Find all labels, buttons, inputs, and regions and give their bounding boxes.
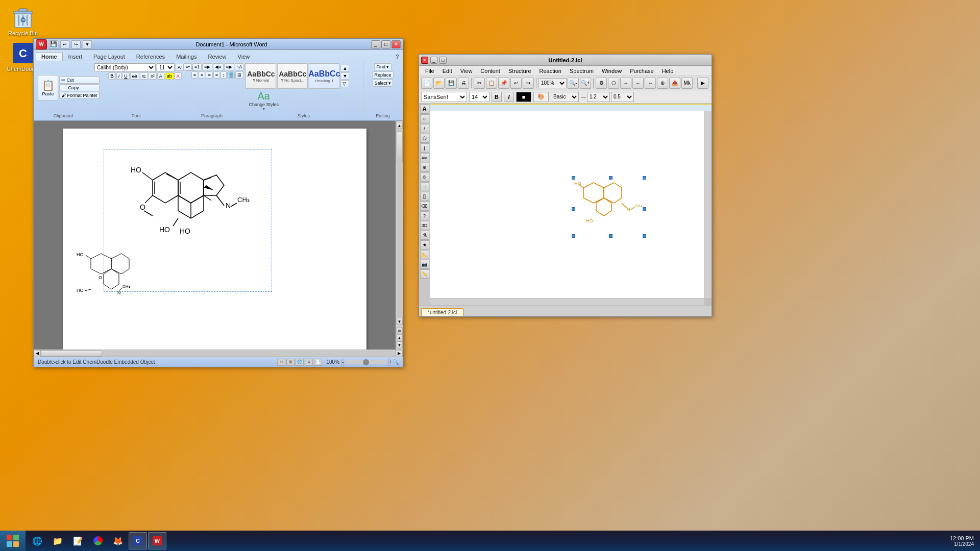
cd-menu-help[interactable]: Help [658,67,678,74]
cd-open-btn[interactable]: 📂 [433,78,445,89]
hscroll-track[interactable] [41,350,396,357]
taskbar-item-chemdoodle[interactable]: C [129,532,147,549]
handle-tm[interactable] [609,176,612,180]
cd-circle-tool[interactable]: ○ [420,114,429,123]
tab-mailings[interactable]: Mailings [170,52,202,61]
word-minimize-btn[interactable]: _ [371,40,380,48]
tab-home[interactable]: Home [36,52,63,61]
cd-tool4[interactable]: ← [632,78,644,89]
cd-bond-width-select[interactable]: 0.5 [611,92,634,102]
cd-query-tool[interactable]: ? [420,211,429,220]
cd-paste-btn[interactable]: 📌 [498,78,509,89]
cd-template-tool[interactable]: 📐 [420,250,429,259]
paste-button[interactable]: 📋 Paste [38,75,58,101]
cd-number-tool[interactable]: 8 [420,172,429,182]
cd-copy-btn[interactable]: 📋 [486,78,497,89]
cd-tab-untitled[interactable]: *untitled-2.icl [421,308,463,316]
handle-tl[interactable] [572,176,575,180]
view-outline-btn[interactable]: ≡ [305,359,313,366]
taskbar-item-ie[interactable]: 🌐 [28,532,47,549]
cd-hexagon-tool[interactable]: ⬡ [420,134,429,143]
taskbar-item-firefox[interactable]: 🦊 [108,532,128,549]
multilevel-btn[interactable]: ≡▶ [202,63,212,70]
cd-zoom-out-btn[interactable]: 🔍- [568,78,579,89]
cd-stereo-tool[interactable]: ★ [420,240,429,249]
cd-camera-tool[interactable]: 📷 [420,260,429,269]
word-maximize-btn[interactable]: □ [381,40,390,48]
styles-scroll-down[interactable]: ▼ [340,72,349,80]
sort-btn[interactable]: ↕A [235,63,244,70]
font-size-select[interactable]: 11 [157,63,175,71]
justify-btn[interactable]: ≡ [213,71,220,79]
cd-color-box[interactable]: ■ [516,92,531,102]
increase-indent-btn[interactable]: ≡▶ [224,63,234,70]
cd-menu-purchase[interactable]: Purchase [626,67,657,74]
cd-save-btn[interactable]: 💾 [446,78,457,89]
cd-hscrollbar[interactable] [430,298,704,305]
scroll-extra2[interactable]: ▲ [397,334,403,341]
tab-review[interactable]: Review [202,52,232,61]
numbering-btn[interactable]: ≡1 [192,63,202,70]
cd-eraser-tool[interactable]: ⌫ [420,202,429,211]
cd-minimize-btn[interactable]: _ [430,57,437,64]
qa-dropdown[interactable]: ▼ [83,40,92,48]
font-family-select[interactable]: Calibri (Body) [94,63,156,71]
cd-new-btn[interactable]: 📄 [421,78,432,89]
cd-menu-structure[interactable]: Structure [504,67,535,74]
bullets-btn[interactable]: ≡• [183,63,191,70]
cd-menu-edit[interactable]: Edit [438,67,456,74]
cd-element-tool[interactable]: ⚗ [420,231,429,240]
cd-tool1[interactable]: ⚙ [596,78,607,89]
zoom-plus-btn[interactable]: + [388,359,390,366]
shading-btn[interactable]: ▒ [227,71,234,79]
find-button[interactable]: Find ▾ [374,63,391,70]
tab-insert[interactable]: Insert [63,52,88,61]
hscroll-thumb[interactable] [41,350,102,357]
word-vertical-scrollbar[interactable]: ▲ ▼ ⊚ ▲ ▼ [396,121,403,349]
zoom-slider-thumb[interactable] [363,359,369,365]
superscript-btn[interactable]: x² [149,72,157,80]
scroll-thumb[interactable] [397,132,403,162]
hscroll-left-btn[interactable]: ◀ [34,350,41,357]
view-web-btn[interactable]: 🌐 [296,359,304,366]
cd-tool6[interactable]: ⊕ [657,78,668,89]
cd-menu-window[interactable]: Window [598,67,626,74]
decrease-indent-btn[interactable]: ◀≡ [213,63,223,70]
cd-redo-btn[interactable]: ↪ [523,78,534,89]
start-button[interactable] [0,531,26,551]
cd-vscrollbar[interactable] [704,111,712,298]
style-normal[interactable]: AaBbCc ¶ Normal [246,63,276,89]
align-right-btn[interactable]: ≡ [206,71,212,79]
cd-font-size-select[interactable]: 14 [469,92,489,102]
cd-maximize-btn[interactable]: □ [439,57,447,64]
redo-quick-btn[interactable]: ↪ [71,40,81,48]
underline-btn[interactable]: U [122,72,130,80]
cd-line-style-select[interactable]: Basic [551,92,579,102]
font-color-btn[interactable]: A [175,72,182,80]
style-no-spacing[interactable]: AaBbCc ¶ No Spaci... [277,63,308,89]
view-full-btn[interactable]: ⊞ [286,359,295,366]
tab-page-layout[interactable]: Page Layout [88,52,131,61]
scroll-up-btn[interactable]: ▲ [397,122,403,129]
office-button[interactable]: W [36,39,47,49]
ribbon-help-btn[interactable]: ? [394,53,401,61]
cd-menu-spectrum[interactable]: Spectrum [566,67,598,74]
text-effects-btn[interactable]: A [157,72,164,80]
cd-cut-btn[interactable]: ✂ [474,78,485,89]
cd-zoom-in-btn[interactable]: 🔍+ [580,78,591,89]
align-left-btn[interactable]: ≡ [191,71,198,79]
word-close-btn[interactable]: ✕ [391,40,401,48]
tab-view[interactable]: View [232,52,256,61]
styles-more[interactable]: ▽ [340,80,349,87]
view-draft-btn[interactable]: 📄 [314,359,322,366]
cd-italic-btn[interactable]: I [504,92,514,102]
zoom-btn[interactable]: 🔍 [393,359,399,365]
highlight-btn[interactable]: ab [165,72,174,80]
cd-zoom-select[interactable]: 100% [538,78,567,88]
handle-br[interactable] [643,234,646,238]
subscript-btn[interactable]: x₂ [140,72,149,80]
tab-references[interactable]: References [131,52,170,61]
style-heading1[interactable]: AaBbCc Heading 1 [309,63,339,89]
view-print-btn[interactable]: □ [277,359,285,366]
handle-mr[interactable] [643,207,646,211]
